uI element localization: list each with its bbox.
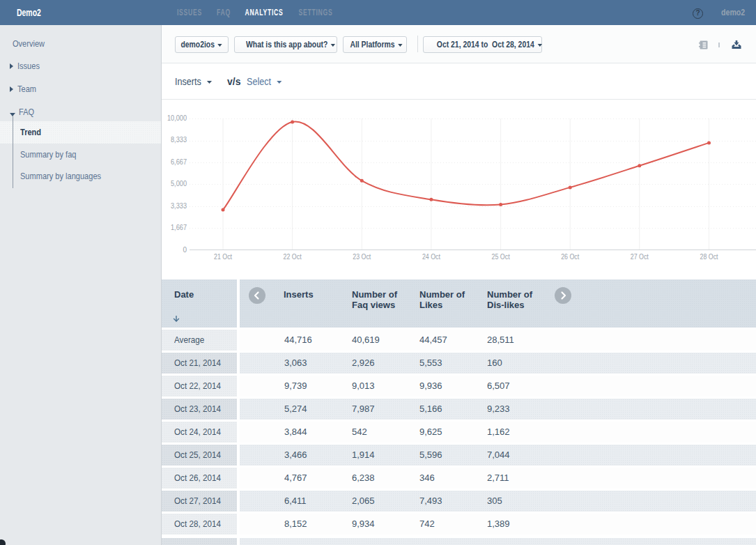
svg-text:24 Oct: 24 Oct <box>422 253 440 261</box>
svg-text:10,000: 10,000 <box>167 114 187 122</box>
svg-text:23 Oct: 23 Oct <box>353 253 371 261</box>
svg-text:21 Oct: 21 Oct <box>214 253 232 261</box>
svg-text:22 Oct: 22 Oct <box>284 253 302 261</box>
svg-text:27 Oct: 27 Oct <box>631 253 649 261</box>
svg-text:28 Oct: 28 Oct <box>700 253 718 261</box>
svg-text:25 Oct: 25 Oct <box>492 253 510 261</box>
svg-text:1,667: 1,667 <box>171 224 187 231</box>
svg-text:0: 0 <box>183 246 187 254</box>
svg-text:26 Oct: 26 Oct <box>561 253 579 261</box>
svg-text:3,333: 3,333 <box>171 202 187 210</box>
svg-text:5,000: 5,000 <box>171 180 187 187</box>
svg-text:6,667: 6,667 <box>171 158 187 166</box>
svg-text:8,333: 8,333 <box>171 136 187 144</box>
